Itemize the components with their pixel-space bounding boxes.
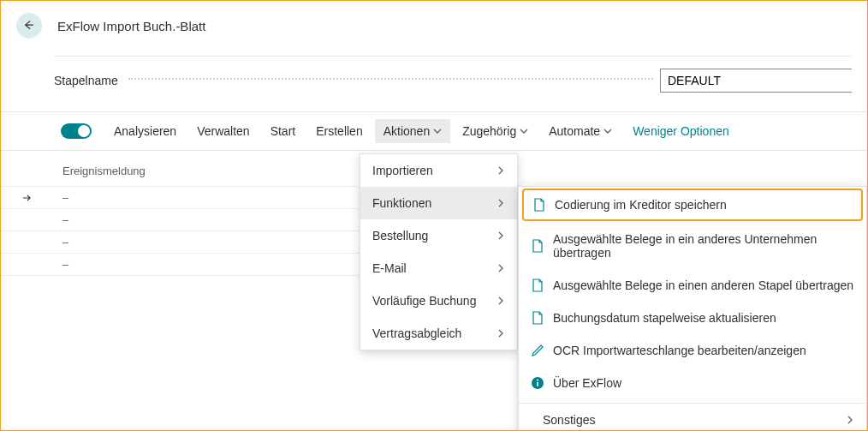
functions-submenu: Codierung im Kreditor speichern Ausgewäh… xyxy=(518,186,867,431)
document-icon xyxy=(531,239,544,253)
toolbar-automate[interactable]: Automate xyxy=(540,119,621,143)
chevron-right-icon xyxy=(496,231,505,240)
document-icon xyxy=(532,198,546,212)
pencil-icon xyxy=(531,344,544,357)
menu-item-label: Vertragsabgleich xyxy=(372,326,461,340)
toolbar-actions-label: Aktionen xyxy=(383,124,430,138)
submenu-save-coding[interactable]: Codierung im Kreditor speichern xyxy=(522,189,863,221)
toolbar-automate-label: Automate xyxy=(549,124,600,138)
toolbar-related[interactable]: Zugehörig xyxy=(454,119,537,143)
toolbar-actions[interactable]: Aktionen xyxy=(375,119,450,143)
menu-item-email[interactable]: E-Mail xyxy=(360,252,517,284)
document-icon xyxy=(531,311,544,325)
chevron-right-icon xyxy=(496,264,505,272)
menu-item-label: E-Mail xyxy=(372,261,407,275)
batch-name-row: Stapelname xyxy=(1,57,867,105)
toolbar-start[interactable]: Start xyxy=(262,119,305,143)
submenu-label: Buchungsdatum stapelweise aktualisieren xyxy=(553,311,776,325)
toolbar-less-options[interactable]: Weniger Optionen xyxy=(624,119,738,143)
submenu-label: Ausgewählte Belege in ein anderes Untern… xyxy=(553,232,854,260)
toolbar-create[interactable]: Erstellen xyxy=(307,119,371,143)
toolbar-analyze-label: Analysieren xyxy=(114,124,176,138)
chevron-right-icon xyxy=(496,296,505,305)
toolbar-less-label: Weniger Optionen xyxy=(633,124,729,138)
chevron-right-icon xyxy=(496,166,505,175)
menu-item-label: Vorläufige Buchung xyxy=(372,294,476,308)
submenu-label: Ausgewählte Belege in einen anderen Stap… xyxy=(553,278,853,292)
info-icon xyxy=(531,376,544,390)
dotted-leader xyxy=(128,78,653,80)
submenu-move-company[interactable]: Ausgewählte Belege in ein anderes Untern… xyxy=(519,223,866,269)
batch-name-input[interactable] xyxy=(660,69,852,93)
menu-item-import[interactable]: Importieren xyxy=(360,154,517,187)
chevron-down-icon xyxy=(603,127,612,135)
toolbar-analyze[interactable]: Analysieren xyxy=(105,119,185,143)
toolbar-manage-label: Verwalten xyxy=(197,124,249,138)
event-cell[interactable]: – xyxy=(62,213,68,226)
arrow-left-icon xyxy=(23,20,35,32)
submenu-ocr-queue[interactable]: OCR Importwarteschlange bearbeiten/anzei… xyxy=(519,334,866,367)
submenu-move-batch[interactable]: Ausgewählte Belege in einen anderen Stap… xyxy=(519,269,866,302)
row-selector-icon xyxy=(18,192,35,204)
column-header-event: Ereignismeldung xyxy=(62,165,146,177)
chevron-right-icon xyxy=(496,199,505,207)
page-title: ExFlow Import Buch.-Blatt xyxy=(57,19,205,33)
document-icon xyxy=(531,278,544,292)
toolbar-manage[interactable]: Verwalten xyxy=(188,119,258,143)
menu-item-prelim-posting[interactable]: Vorläufige Buchung xyxy=(360,284,517,317)
analyze-toggle[interactable] xyxy=(61,123,92,139)
menu-item-contract-match[interactable]: Vertragsabgleich xyxy=(360,317,517,350)
batch-name-label: Stapelname xyxy=(54,74,118,87)
toolbar-start-label: Start xyxy=(271,124,296,138)
submenu-label: Codierung im Kreditor speichern xyxy=(555,198,727,212)
submenu-update-date[interactable]: Buchungsdatum stapelweise aktualisieren xyxy=(519,302,866,334)
chevron-down-icon xyxy=(520,127,528,135)
submenu-about-exflow[interactable]: Über ExFlow xyxy=(519,367,866,399)
menu-item-order[interactable]: Bestellung xyxy=(360,219,517,252)
submenu-label: Über ExFlow xyxy=(553,376,621,390)
toggle-knob xyxy=(78,125,90,137)
menu-item-label: Funktionen xyxy=(372,196,431,210)
menu-item-functions[interactable]: Funktionen xyxy=(360,187,517,219)
submenu-label: OCR Importwarteschlange bearbeiten/anzei… xyxy=(553,344,806,357)
event-cell[interactable]: – xyxy=(62,191,68,204)
menu-item-label: Bestellung xyxy=(372,229,428,242)
menu-item-label: Importieren xyxy=(372,164,433,177)
actions-menu: Importieren Funktionen Bestellung E-Mail… xyxy=(360,153,518,350)
back-button[interactable] xyxy=(16,13,42,39)
chevron-right-icon xyxy=(846,416,854,424)
toolbar-create-label: Erstellen xyxy=(316,124,362,138)
chevron-down-icon xyxy=(433,127,442,135)
chevron-right-icon xyxy=(496,329,505,338)
submenu-other[interactable]: Sonstiges xyxy=(519,404,866,431)
event-cell[interactable]: – xyxy=(62,258,68,271)
toolbar: Analysieren Verwalten Start Erstellen Ak… xyxy=(1,111,867,151)
event-cell[interactable]: – xyxy=(62,236,68,248)
submenu-label: Sonstiges xyxy=(543,413,595,427)
toolbar-related-label: Zugehörig xyxy=(462,124,516,138)
